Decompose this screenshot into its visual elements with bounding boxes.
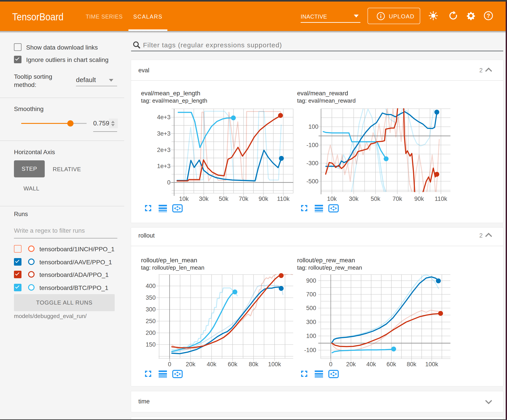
svg-text:250: 250	[146, 318, 156, 324]
svg-text:500: 500	[306, 305, 316, 311]
svg-text:300: 300	[146, 306, 156, 313]
svg-text:10k: 10k	[179, 195, 189, 202]
svg-text:110k: 110k	[277, 195, 289, 202]
svg-text:10k: 10k	[327, 195, 337, 202]
svg-text:30k: 30k	[349, 195, 359, 202]
svg-text:80k: 80k	[249, 361, 258, 368]
svg-text:300: 300	[306, 319, 316, 325]
svg-text:1e+3: 1e+3	[157, 163, 170, 169]
svg-text:400: 400	[146, 283, 156, 289]
svg-text:20k: 20k	[186, 361, 196, 368]
svg-text:-100: -100	[306, 142, 318, 148]
svg-text:3e+3: 3e+3	[157, 130, 170, 137]
svg-text:110k: 110k	[435, 195, 447, 202]
svg-text:70k: 70k	[393, 195, 402, 202]
svg-text:60k: 60k	[228, 361, 238, 368]
svg-text:0: 0	[329, 361, 332, 368]
svg-text:20k: 20k	[346, 361, 356, 368]
svg-text:40k: 40k	[366, 361, 376, 368]
svg-text:150: 150	[146, 341, 156, 348]
svg-text:2e+3: 2e+3	[157, 147, 170, 153]
svg-text:70k: 70k	[239, 195, 248, 202]
svg-text:4e+3: 4e+3	[157, 114, 170, 121]
svg-text:-100: -100	[304, 347, 316, 353]
svg-text:50k: 50k	[219, 195, 228, 202]
svg-text:700: 700	[306, 291, 316, 298]
svg-text:350: 350	[146, 294, 156, 301]
svg-text:100: 100	[306, 333, 316, 339]
svg-text:60k: 60k	[387, 361, 396, 368]
svg-text:200: 200	[146, 330, 156, 336]
svg-text:100k: 100k	[425, 361, 438, 368]
svg-text:90k: 90k	[259, 195, 268, 202]
svg-text:90k: 90k	[414, 195, 424, 202]
svg-text:50k: 50k	[371, 195, 380, 202]
svg-text:40k: 40k	[207, 361, 217, 368]
svg-text:900: 900	[306, 277, 316, 284]
svg-text:30k: 30k	[199, 195, 209, 202]
svg-text:80k: 80k	[407, 361, 416, 368]
svg-text:-500: -500	[306, 178, 318, 185]
svg-text:0: 0	[168, 361, 171, 368]
svg-text:-300: -300	[306, 160, 318, 166]
svg-text:100k: 100k	[268, 361, 281, 368]
svg-text:100: 100	[308, 124, 318, 130]
